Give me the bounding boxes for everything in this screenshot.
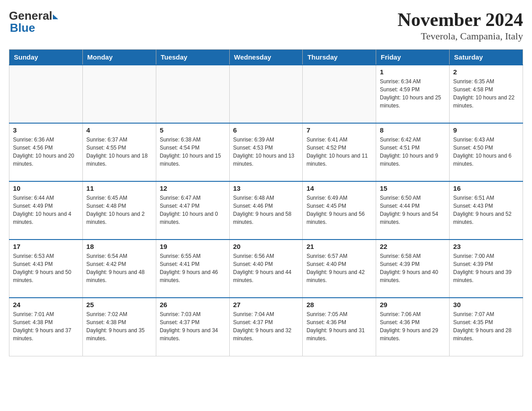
day-info: Sunrise: 7:01 AMSunset: 4:38 PMDaylight:… <box>13 310 79 342</box>
day-info: Sunrise: 6:42 AMSunset: 4:51 PMDaylight:… <box>380 136 446 168</box>
day-info: Sunrise: 7:00 AMSunset: 4:39 PMDaylight:… <box>453 252 519 284</box>
week-row-3: 10Sunrise: 6:44 AMSunset: 4:49 PMDayligh… <box>9 181 523 240</box>
table-row: 7Sunrise: 6:41 AMSunset: 4:52 PMDaylight… <box>303 123 376 181</box>
week-row-1: 1Sunrise: 6:34 AMSunset: 4:59 PMDaylight… <box>9 65 523 123</box>
day-info: Sunrise: 6:55 AMSunset: 4:41 PMDaylight:… <box>160 252 226 284</box>
day-number: 20 <box>233 243 299 250</box>
table-row: 16Sunrise: 6:51 AMSunset: 4:43 PMDayligh… <box>450 181 523 240</box>
table-row: 19Sunrise: 6:55 AMSunset: 4:41 PMDayligh… <box>156 240 229 298</box>
day-number: 7 <box>306 126 372 134</box>
logo-arrow-icon <box>53 14 58 19</box>
day-info: Sunrise: 6:44 AMSunset: 4:49 PMDaylight:… <box>13 194 79 226</box>
table-row: 30Sunrise: 7:07 AMSunset: 4:35 PMDayligh… <box>450 298 523 356</box>
table-row: 17Sunrise: 6:53 AMSunset: 4:43 PMDayligh… <box>9 240 83 298</box>
week-row-5: 24Sunrise: 7:01 AMSunset: 4:38 PMDayligh… <box>9 298 523 356</box>
day-number: 4 <box>86 126 152 134</box>
day-number: 13 <box>233 184 299 192</box>
day-info: Sunrise: 7:06 AMSunset: 4:36 PMDaylight:… <box>380 310 446 342</box>
day-info: Sunrise: 6:58 AMSunset: 4:39 PMDaylight:… <box>380 252 446 284</box>
table-row: 18Sunrise: 6:54 AMSunset: 4:42 PMDayligh… <box>82 240 156 298</box>
day-number: 29 <box>380 301 446 308</box>
day-number: 3 <box>13 126 79 134</box>
day-info: Sunrise: 6:35 AMSunset: 4:58 PMDaylight:… <box>453 77 519 110</box>
day-number: 23 <box>453 243 519 250</box>
table-row <box>9 65 83 123</box>
col-saturday: Saturday <box>450 50 523 65</box>
day-info: Sunrise: 6:36 AMSunset: 4:56 PMDaylight:… <box>13 136 79 168</box>
table-row: 5Sunrise: 6:38 AMSunset: 4:54 PMDaylight… <box>156 123 229 181</box>
table-row: 1Sunrise: 6:34 AMSunset: 4:59 PMDaylight… <box>376 65 450 123</box>
day-number: 9 <box>453 126 519 134</box>
day-info: Sunrise: 6:56 AMSunset: 4:40 PMDaylight:… <box>233 252 299 284</box>
day-number: 22 <box>380 243 446 250</box>
table-row: 6Sunrise: 6:39 AMSunset: 4:53 PMDaylight… <box>229 123 303 181</box>
day-number: 27 <box>233 301 299 308</box>
table-row: 8Sunrise: 6:42 AMSunset: 4:51 PMDaylight… <box>376 123 450 181</box>
day-info: Sunrise: 6:41 AMSunset: 4:52 PMDaylight:… <box>306 136 372 168</box>
day-number: 15 <box>380 184 446 192</box>
page-header: General Blue November 2024 Teverola, Cam… <box>9 9 523 42</box>
day-info: Sunrise: 7:07 AMSunset: 4:35 PMDaylight:… <box>453 310 519 342</box>
day-number: 18 <box>86 243 152 250</box>
day-number: 14 <box>306 184 372 192</box>
table-row: 20Sunrise: 6:56 AMSunset: 4:40 PMDayligh… <box>229 240 303 298</box>
day-number: 6 <box>233 126 299 134</box>
table-row <box>229 65 303 123</box>
table-row: 28Sunrise: 7:05 AMSunset: 4:36 PMDayligh… <box>303 298 376 356</box>
day-info: Sunrise: 6:39 AMSunset: 4:53 PMDaylight:… <box>233 136 299 168</box>
day-number: 11 <box>86 184 152 192</box>
calendar-table: Sunday Monday Tuesday Wednesday Thursday… <box>9 49 523 356</box>
day-number: 30 <box>453 301 519 308</box>
day-info: Sunrise: 6:45 AMSunset: 4:48 PMDaylight:… <box>86 194 152 226</box>
col-thursday: Thursday <box>303 50 376 65</box>
table-row: 25Sunrise: 7:02 AMSunset: 4:38 PMDayligh… <box>82 298 156 356</box>
day-number: 12 <box>160 184 226 192</box>
table-row: 11Sunrise: 6:45 AMSunset: 4:48 PMDayligh… <box>82 181 156 240</box>
table-row: 24Sunrise: 7:01 AMSunset: 4:38 PMDayligh… <box>9 298 83 356</box>
day-number: 16 <box>453 184 519 192</box>
day-info: Sunrise: 6:48 AMSunset: 4:46 PMDaylight:… <box>233 194 299 226</box>
table-row: 12Sunrise: 6:47 AMSunset: 4:47 PMDayligh… <box>156 181 229 240</box>
table-row: 2Sunrise: 6:35 AMSunset: 4:58 PMDaylight… <box>450 65 523 123</box>
table-row: 26Sunrise: 7:03 AMSunset: 4:37 PMDayligh… <box>156 298 229 356</box>
table-row: 10Sunrise: 6:44 AMSunset: 4:49 PMDayligh… <box>9 181 83 240</box>
day-number: 26 <box>160 301 226 308</box>
day-info: Sunrise: 7:05 AMSunset: 4:36 PMDaylight:… <box>306 310 372 342</box>
day-info: Sunrise: 6:38 AMSunset: 4:54 PMDaylight:… <box>160 136 226 168</box>
table-row: 9Sunrise: 6:43 AMSunset: 4:50 PMDaylight… <box>450 123 523 181</box>
table-row: 3Sunrise: 6:36 AMSunset: 4:56 PMDaylight… <box>9 123 83 181</box>
day-number: 10 <box>13 184 79 192</box>
table-row <box>82 65 156 123</box>
table-row: 29Sunrise: 7:06 AMSunset: 4:36 PMDayligh… <box>376 298 450 356</box>
table-row: 14Sunrise: 6:49 AMSunset: 4:45 PMDayligh… <box>303 181 376 240</box>
day-info: Sunrise: 6:47 AMSunset: 4:47 PMDaylight:… <box>160 194 226 226</box>
col-sunday: Sunday <box>9 50 83 65</box>
table-row <box>303 65 376 123</box>
day-number: 28 <box>306 301 372 308</box>
table-row: 4Sunrise: 6:37 AMSunset: 4:55 PMDaylight… <box>82 123 156 181</box>
day-info: Sunrise: 6:51 AMSunset: 4:43 PMDaylight:… <box>453 194 519 226</box>
col-tuesday: Tuesday <box>156 50 229 65</box>
logo: General Blue <box>9 9 58 35</box>
table-row: 27Sunrise: 7:04 AMSunset: 4:37 PMDayligh… <box>229 298 303 356</box>
day-number: 25 <box>86 301 152 308</box>
day-info: Sunrise: 6:43 AMSunset: 4:50 PMDaylight:… <box>453 136 519 168</box>
day-info: Sunrise: 6:37 AMSunset: 4:55 PMDaylight:… <box>86 136 152 168</box>
day-number: 1 <box>380 68 446 76</box>
day-info: Sunrise: 6:57 AMSunset: 4:40 PMDaylight:… <box>306 252 372 284</box>
day-info: Sunrise: 6:49 AMSunset: 4:45 PMDaylight:… <box>306 194 372 226</box>
calendar-title: November 2024 <box>398 9 523 30</box>
week-row-4: 17Sunrise: 6:53 AMSunset: 4:43 PMDayligh… <box>9 240 523 298</box>
day-info: Sunrise: 6:50 AMSunset: 4:44 PMDaylight:… <box>380 194 446 226</box>
day-info: Sunrise: 6:34 AMSunset: 4:59 PMDaylight:… <box>380 77 446 110</box>
day-info: Sunrise: 6:54 AMSunset: 4:42 PMDaylight:… <box>86 252 152 284</box>
table-row <box>156 65 229 123</box>
logo-blue-text: Blue <box>9 21 35 35</box>
calendar-header-row: Sunday Monday Tuesday Wednesday Thursday… <box>9 50 523 65</box>
title-area: November 2024 Teverola, Campania, Italy <box>398 9 523 42</box>
day-number: 19 <box>160 243 226 250</box>
table-row: 21Sunrise: 6:57 AMSunset: 4:40 PMDayligh… <box>303 240 376 298</box>
day-info: Sunrise: 7:04 AMSunset: 4:37 PMDaylight:… <box>233 310 299 342</box>
col-friday: Friday <box>376 50 450 65</box>
table-row: 22Sunrise: 6:58 AMSunset: 4:39 PMDayligh… <box>376 240 450 298</box>
